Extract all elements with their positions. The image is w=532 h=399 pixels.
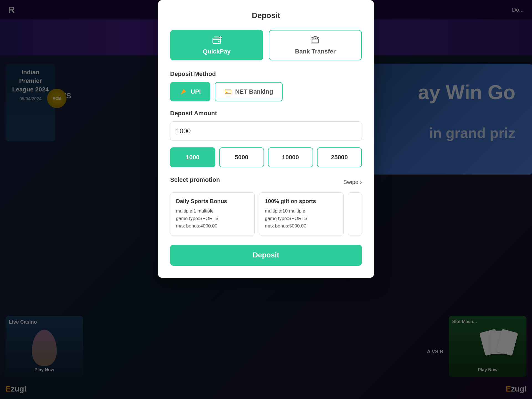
swipe-button[interactable]: Swipe › bbox=[343, 179, 362, 185]
net-banking-icon bbox=[224, 88, 232, 96]
upi-label: UPI bbox=[191, 88, 201, 95]
quickpay-button[interactable]: QuickPay bbox=[170, 30, 263, 60]
svg-rect-3 bbox=[312, 39, 319, 43]
modal-overlay: Deposit QuickPay bbox=[0, 0, 532, 399]
deposit-amount-input[interactable] bbox=[170, 121, 362, 141]
svg-rect-6 bbox=[226, 92, 227, 93]
promo-multiple-0: multiple:1 multiple bbox=[176, 207, 249, 215]
wallet-icon bbox=[212, 35, 222, 45]
promo-maxbonus-0: max bonus:4000.00 bbox=[176, 222, 249, 230]
amount-btn-5000[interactable]: 5000 bbox=[219, 147, 264, 167]
promo-gametype-1: game type:SPORTS bbox=[265, 215, 338, 222]
svg-marker-4 bbox=[181, 89, 186, 94]
amount-btn-10000[interactable]: 10000 bbox=[268, 147, 313, 167]
payment-methods-row: QuickPay Bank Transfer bbox=[170, 30, 362, 60]
swipe-label: Swipe bbox=[343, 179, 358, 185]
amount-btn-1000[interactable]: 1000 bbox=[170, 147, 215, 167]
promo-card-partial bbox=[348, 192, 362, 236]
deposit-method-label: Deposit Method bbox=[170, 70, 362, 78]
amount-input-container bbox=[170, 121, 362, 141]
net-banking-button[interactable]: NET Banking bbox=[215, 82, 283, 101]
quickpay-label: QuickPay bbox=[203, 48, 231, 55]
promo-maxbonus-1: max bonus:5000.00 bbox=[265, 222, 338, 230]
deposit-modal: Deposit QuickPay bbox=[158, 0, 374, 278]
bank-transfer-label: Bank Transfer bbox=[295, 48, 336, 55]
quick-amounts-row: 1000 5000 10000 25000 bbox=[170, 147, 362, 167]
net-banking-label: NET Banking bbox=[235, 88, 273, 95]
upi-icon bbox=[180, 88, 187, 96]
promotion-cards-row: Daily Sports Bonus multiple:1 multiple g… bbox=[170, 192, 362, 236]
promo-card-0[interactable]: Daily Sports Bonus multiple:1 multiple g… bbox=[170, 192, 255, 236]
promo-card-1[interactable]: 100% gift on sports multiple:10 multiple… bbox=[259, 192, 344, 236]
select-promotion-label: Select promotion bbox=[170, 176, 220, 183]
promotion-header: Select promotion Swipe › bbox=[170, 176, 362, 188]
svg-rect-5 bbox=[225, 90, 231, 94]
deposit-submit-button[interactable]: Deposit bbox=[170, 245, 362, 266]
bank-icon bbox=[310, 35, 320, 45]
upi-button[interactable]: UPI bbox=[170, 82, 210, 101]
svg-point-1 bbox=[218, 41, 220, 42]
bank-transfer-button[interactable]: Bank Transfer bbox=[269, 30, 362, 60]
deposit-method-row: UPI NET Banking bbox=[170, 82, 362, 101]
promo-multiple-1: multiple:10 multiple bbox=[265, 207, 338, 215]
modal-title: Deposit bbox=[170, 11, 362, 20]
svg-rect-0 bbox=[213, 38, 221, 44]
promo-title-1: 100% gift on sports bbox=[265, 198, 338, 204]
amount-btn-25000[interactable]: 25000 bbox=[317, 147, 362, 167]
promo-title-0: Daily Sports Bonus bbox=[176, 198, 249, 204]
chevron-right-icon: › bbox=[360, 179, 362, 185]
deposit-amount-label: Deposit Amount bbox=[170, 110, 362, 117]
promo-gametype-0: game type:SPORTS bbox=[176, 215, 249, 222]
